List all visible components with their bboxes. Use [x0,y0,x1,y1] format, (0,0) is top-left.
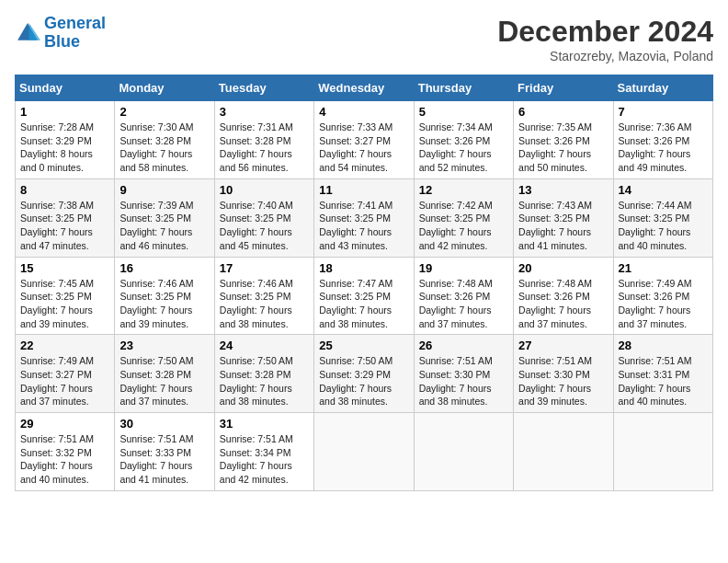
day-number: 28 [619,339,708,352]
calendar-cell: 31Sunrise: 7:51 AMSunset: 3:34 PMDayligh… [214,413,313,491]
day-number: 8 [20,183,109,197]
calendar-cell: 22Sunrise: 7:49 AMSunset: 3:27 PMDayligh… [16,335,115,413]
calendar-cell [314,413,414,491]
calendar-body: 1Sunrise: 7:28 AMSunset: 3:29 PMDaylight… [16,101,713,491]
calendar-cell: 26Sunrise: 7:51 AMSunset: 3:30 PMDayligh… [414,335,513,413]
calendar-cell: 19Sunrise: 7:48 AMSunset: 3:26 PMDayligh… [414,257,513,335]
day-info: Sunrise: 7:30 AMSunset: 3:28 PMDaylight:… [119,121,209,175]
day-info: Sunrise: 7:49 AMSunset: 3:27 PMDaylight:… [20,354,109,408]
calendar-cell: 4Sunrise: 7:33 AMSunset: 3:27 PMDaylight… [314,101,414,179]
calendar-cell: 17Sunrise: 7:46 AMSunset: 3:25 PMDayligh… [214,257,313,335]
day-info: Sunrise: 7:44 AMSunset: 3:25 PMDaylight:… [619,199,708,253]
logo: General Blue [15,15,106,52]
day-info: Sunrise: 7:51 AMSunset: 3:31 PMDaylight:… [619,354,708,408]
day-info: Sunrise: 7:50 AMSunset: 3:28 PMDaylight:… [220,354,309,408]
day-info: Sunrise: 7:45 AMSunset: 3:25 PMDaylight:… [20,277,109,331]
location-subtitle: Starozreby, Mazovia, Poland [497,49,713,63]
calendar-cell: 13Sunrise: 7:43 AMSunset: 3:25 PMDayligh… [514,178,613,257]
day-info: Sunrise: 7:47 AMSunset: 3:25 PMDaylight:… [319,277,408,331]
day-number: 25 [319,339,408,352]
day-number: 23 [119,339,209,352]
day-info: Sunrise: 7:34 AMSunset: 3:26 PMDaylight:… [419,121,508,175]
day-number: 15 [20,261,109,275]
day-info: Sunrise: 7:35 AMSunset: 3:26 PMDaylight:… [518,121,608,175]
calendar-cell: 10Sunrise: 7:40 AMSunset: 3:25 PMDayligh… [214,178,313,257]
calendar-week-row: 1Sunrise: 7:28 AMSunset: 3:29 PMDaylight… [16,101,713,179]
day-number: 26 [419,339,508,352]
day-number: 11 [319,183,408,197]
day-info: Sunrise: 7:39 AMSunset: 3:25 PMDaylight:… [119,199,209,253]
day-info: Sunrise: 7:51 AMSunset: 3:30 PMDaylight:… [518,354,608,408]
day-info: Sunrise: 7:51 AMSunset: 3:34 PMDaylight:… [220,432,309,487]
calendar-cell [514,413,613,491]
month-title: December 2024 [497,15,713,49]
calendar-cell: 2Sunrise: 7:30 AMSunset: 3:28 PMDaylight… [115,101,214,179]
calendar-cell: 8Sunrise: 7:38 AMSunset: 3:25 PMDaylight… [16,178,115,257]
calendar-cell: 29Sunrise: 7:51 AMSunset: 3:32 PMDayligh… [16,413,115,491]
day-number: 21 [619,261,708,275]
calendar-cell: 28Sunrise: 7:51 AMSunset: 3:31 PMDayligh… [613,335,712,413]
calendar-cell: 3Sunrise: 7:31 AMSunset: 3:28 PMDaylight… [214,101,313,179]
day-info: Sunrise: 7:28 AMSunset: 3:29 PMDaylight:… [20,121,109,175]
day-number: 29 [20,417,109,431]
day-number: 31 [220,417,309,431]
calendar-cell: 30Sunrise: 7:51 AMSunset: 3:33 PMDayligh… [115,413,214,491]
day-info: Sunrise: 7:36 AMSunset: 3:26 PMDaylight:… [619,121,708,175]
day-number: 12 [419,183,508,197]
logo-icon [15,20,40,46]
day-info: Sunrise: 7:48 AMSunset: 3:26 PMDaylight:… [419,277,508,331]
calendar-day-header: Monday [115,75,214,101]
logo-text: General Blue [44,15,106,52]
day-number: 5 [419,105,508,119]
day-info: Sunrise: 7:50 AMSunset: 3:29 PMDaylight:… [319,354,408,408]
calendar-cell: 24Sunrise: 7:50 AMSunset: 3:28 PMDayligh… [214,335,313,413]
calendar-cell: 7Sunrise: 7:36 AMSunset: 3:26 PMDaylight… [613,101,712,179]
title-block: December 2024 Starozreby, Mazovia, Polan… [497,15,713,63]
day-number: 22 [20,339,109,352]
calendar-cell: 25Sunrise: 7:50 AMSunset: 3:29 PMDayligh… [314,335,414,413]
day-info: Sunrise: 7:42 AMSunset: 3:25 PMDaylight:… [419,199,508,253]
calendar-day-header: Saturday [613,75,712,101]
day-info: Sunrise: 7:49 AMSunset: 3:26 PMDaylight:… [619,277,708,331]
day-number: 27 [518,339,608,352]
day-number: 16 [119,261,209,275]
calendar-cell: 6Sunrise: 7:35 AMSunset: 3:26 PMDaylight… [514,101,613,179]
day-number: 19 [419,261,508,275]
day-number: 9 [119,183,209,197]
day-number: 1 [20,105,109,119]
day-info: Sunrise: 7:33 AMSunset: 3:27 PMDaylight:… [319,121,408,175]
day-info: Sunrise: 7:43 AMSunset: 3:25 PMDaylight:… [518,199,608,253]
day-info: Sunrise: 7:51 AMSunset: 3:30 PMDaylight:… [419,354,508,408]
day-info: Sunrise: 7:41 AMSunset: 3:25 PMDaylight:… [319,199,408,253]
calendar-week-row: 29Sunrise: 7:51 AMSunset: 3:32 PMDayligh… [16,413,713,491]
calendar-header-row: SundayMondayTuesdayWednesdayThursdayFrid… [16,75,713,101]
day-info: Sunrise: 7:51 AMSunset: 3:33 PMDaylight:… [119,432,209,487]
day-info: Sunrise: 7:50 AMSunset: 3:28 PMDaylight:… [119,354,209,408]
day-number: 10 [220,183,309,197]
calendar-table: SundayMondayTuesdayWednesdayThursdayFrid… [15,75,713,491]
calendar-cell: 1Sunrise: 7:28 AMSunset: 3:29 PMDaylight… [16,101,115,179]
calendar-day-header: Sunday [16,75,115,101]
day-number: 6 [518,105,608,119]
day-number: 2 [119,105,209,119]
day-number: 13 [518,183,608,197]
day-info: Sunrise: 7:31 AMSunset: 3:28 PMDaylight:… [220,121,309,175]
page-header: General Blue December 2024 Starozreby, M… [15,15,713,63]
calendar-week-row: 15Sunrise: 7:45 AMSunset: 3:25 PMDayligh… [16,257,713,335]
calendar-cell: 20Sunrise: 7:48 AMSunset: 3:26 PMDayligh… [514,257,613,335]
day-number: 4 [319,105,408,119]
calendar-cell: 21Sunrise: 7:49 AMSunset: 3:26 PMDayligh… [613,257,712,335]
day-number: 7 [619,105,708,119]
day-number: 17 [220,261,309,275]
day-info: Sunrise: 7:46 AMSunset: 3:25 PMDaylight:… [119,277,209,331]
calendar-cell [613,413,712,491]
day-number: 20 [518,261,608,275]
calendar-cell: 27Sunrise: 7:51 AMSunset: 3:30 PMDayligh… [514,335,613,413]
calendar-cell: 18Sunrise: 7:47 AMSunset: 3:25 PMDayligh… [314,257,414,335]
calendar-day-header: Wednesday [314,75,414,101]
calendar-week-row: 22Sunrise: 7:49 AMSunset: 3:27 PMDayligh… [16,335,713,413]
calendar-day-header: Friday [514,75,613,101]
calendar-day-header: Thursday [414,75,513,101]
day-info: Sunrise: 7:38 AMSunset: 3:25 PMDaylight:… [20,199,109,253]
day-info: Sunrise: 7:40 AMSunset: 3:25 PMDaylight:… [220,199,309,253]
